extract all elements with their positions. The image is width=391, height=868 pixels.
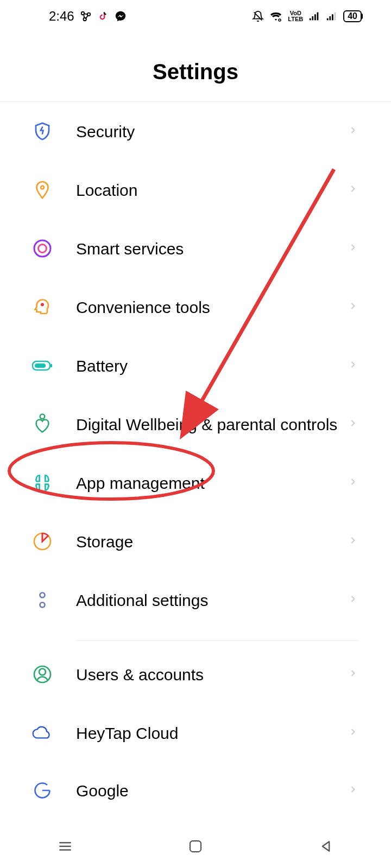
settings-item-label: Location (76, 180, 348, 201)
status-left: 2:46 (49, 9, 127, 24)
settings-item-google[interactable]: Google (0, 762, 391, 801)
nav-recent-button[interactable] (54, 835, 76, 857)
chevron-right-icon (348, 668, 358, 681)
settings-item-label: Convenience tools (76, 297, 348, 318)
page-title: Settings (0, 33, 391, 102)
settings-item-additional-settings[interactable]: Additional settings (0, 571, 391, 629)
svg-point-21 (40, 593, 45, 598)
bell-off-icon (252, 10, 264, 22)
svg-rect-5 (312, 16, 314, 20)
settings-item-label: HeyTap Cloud (76, 723, 348, 744)
svg-rect-6 (314, 14, 316, 20)
chevron-right-icon (348, 242, 358, 255)
settings-item-storage[interactable]: Storage (0, 512, 391, 571)
settings-item-label: Additional settings (76, 590, 348, 611)
google-icon (31, 780, 53, 801)
wifi-icon (269, 10, 282, 23)
settings-item-heytap-cloud[interactable]: HeyTap Cloud (0, 704, 391, 762)
two-dots-icon (31, 589, 53, 611)
settings-item-battery[interactable]: Battery (0, 336, 391, 395)
svg-rect-17 (35, 363, 46, 368)
navigation-bar (0, 825, 391, 868)
svg-point-24 (39, 669, 46, 675)
chevron-right-icon (348, 784, 358, 797)
chevron-right-icon (348, 359, 358, 372)
nav-back-button[interactable] (315, 835, 337, 857)
svg-point-3 (279, 19, 281, 21)
battery-icon: 40 (343, 10, 362, 22)
settings-item-users-accounts[interactable]: Users & accounts (0, 645, 391, 704)
settings-item-app-management[interactable]: App management (0, 454, 391, 512)
pie-chart-icon (31, 531, 53, 552)
settings-item-label: Battery (76, 355, 348, 376)
svg-rect-28 (190, 841, 201, 852)
svg-point-15 (41, 303, 44, 307)
network-type-icon: VoD LTEB (288, 10, 303, 22)
chevron-right-icon (348, 301, 358, 314)
shield-icon (31, 120, 53, 142)
settings-item-label: Storage (76, 531, 348, 552)
chevron-right-icon (348, 726, 358, 739)
svg-point-13 (34, 240, 51, 257)
heart-person-icon (31, 413, 53, 435)
svg-rect-4 (310, 18, 311, 21)
settings-item-convenience-tools[interactable]: Convenience tools (0, 278, 391, 336)
head-icon (31, 296, 53, 318)
settings-item-label: Security (76, 121, 348, 142)
chevron-right-icon (348, 593, 358, 607)
settings-item-label: Smart services (76, 238, 348, 259)
divider (76, 640, 358, 641)
settings-item-security[interactable]: Security (0, 102, 391, 161)
settings-item-label: Digital Wellbeing & parental controls (76, 414, 348, 435)
settings-item-location[interactable]: Location (0, 161, 391, 219)
svg-rect-11 (335, 12, 336, 21)
svg-rect-7 (317, 12, 319, 21)
settings-item-digital-wellbeing[interactable]: Digital Wellbeing & parental controls (0, 395, 391, 454)
settings-item-label: App management (76, 473, 348, 494)
apps-grid-icon (31, 472, 53, 494)
nav-home-button[interactable] (185, 835, 206, 857)
svg-point-0 (81, 12, 84, 15)
share-icon (80, 10, 92, 22)
svg-point-22 (40, 603, 45, 608)
svg-point-12 (41, 186, 44, 189)
battery-icon (31, 355, 53, 376)
chevron-right-icon (348, 418, 358, 431)
cloud-icon (31, 722, 53, 744)
chevron-right-icon (348, 125, 358, 138)
status-right: VoD LTEB 40 (252, 10, 378, 23)
chevron-right-icon (348, 535, 358, 548)
svg-rect-18 (51, 364, 52, 367)
messenger-icon (115, 10, 127, 22)
svg-point-19 (40, 414, 45, 419)
user-circle-icon (31, 663, 53, 685)
svg-point-14 (39, 245, 47, 253)
tiktok-icon (97, 10, 109, 22)
map-pin-icon (31, 179, 53, 201)
svg-rect-8 (327, 18, 329, 21)
svg-rect-10 (332, 14, 333, 20)
target-icon (31, 238, 53, 259)
status-time: 2:46 (49, 9, 74, 24)
settings-item-smart-services[interactable]: Smart services (0, 219, 391, 278)
chevron-right-icon (348, 476, 358, 489)
svg-rect-9 (330, 16, 331, 20)
signal-icon-1 (308, 10, 320, 22)
status-bar: 2:46 VoD LTEB 40 (0, 0, 391, 33)
settings-item-label: Users & accounts (76, 664, 348, 685)
settings-item-label: Google (76, 780, 348, 801)
signal-icon-2 (326, 10, 338, 22)
settings-list: Security Location Smart services Conveni… (0, 102, 391, 801)
chevron-right-icon (348, 183, 358, 196)
